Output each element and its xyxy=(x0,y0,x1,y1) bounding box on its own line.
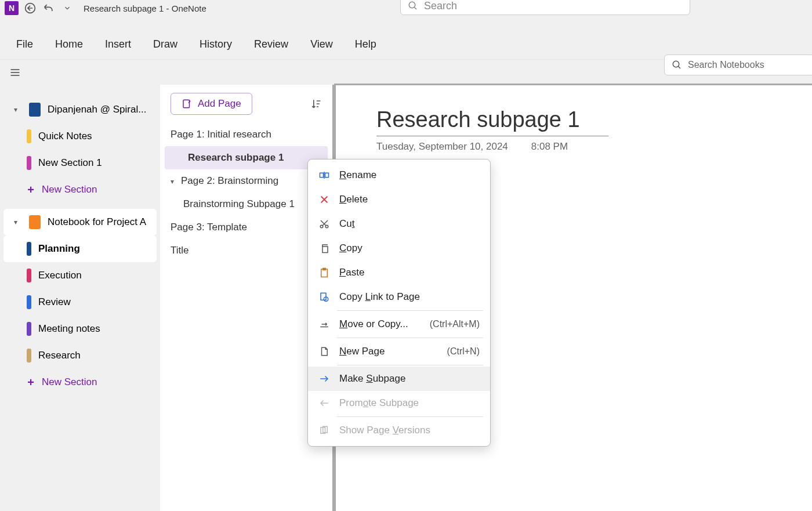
ribbon-file[interactable]: File xyxy=(16,38,33,50)
page-item-initial-research[interactable]: Page 1: Initial research xyxy=(160,123,332,146)
section-planning[interactable]: Planning xyxy=(3,235,157,262)
ctx-copy[interactable]: Copy xyxy=(308,236,490,260)
add-page-button[interactable]: Add Page xyxy=(171,93,252,115)
notebook-search-placeholder: Search Notebooks xyxy=(688,60,764,70)
ribbon-view[interactable]: View xyxy=(310,38,333,50)
ctx-copy-link[interactable]: Copy Link to Page xyxy=(308,285,490,309)
section-execution[interactable]: Execution xyxy=(3,262,157,289)
ctx-shortcut: (Ctrl+N) xyxy=(447,346,480,357)
plus-icon: + xyxy=(27,376,35,389)
versions-icon xyxy=(318,425,330,436)
section-color-icon xyxy=(27,269,31,282)
ctx-label: Move or Copy... xyxy=(339,318,408,330)
page-item-brainstorming-sub-1[interactable]: Brainstorming Subpage 1 xyxy=(160,193,332,216)
ctx-move-copy[interactable]: Move or Copy... (Ctrl+Alt+M) xyxy=(308,312,490,336)
section-label: Execution xyxy=(38,270,82,281)
notebook-2-label: Notebook for Project A xyxy=(48,216,146,228)
ctx-delete[interactable]: Delete xyxy=(308,187,490,212)
ctx-label: Delete xyxy=(339,194,368,205)
svg-rect-21 xyxy=(321,293,326,300)
arrow-left-icon xyxy=(318,397,330,409)
section-label: Planning xyxy=(38,243,80,255)
ctx-label: Rename xyxy=(339,169,376,181)
svg-line-2 xyxy=(414,7,416,9)
ctx-label: Show Page Versions xyxy=(339,425,430,436)
undo-icon[interactable] xyxy=(42,1,56,15)
section-label: Meeting notes xyxy=(38,323,100,335)
page-time: 8:08 PM xyxy=(531,141,568,153)
window-title: Research subpage 1 - OneNote xyxy=(84,3,206,13)
ribbon-history[interactable]: History xyxy=(200,38,232,50)
ctx-paste[interactable]: Paste xyxy=(308,260,490,285)
ctx-page-versions: Show Page Versions xyxy=(308,418,490,443)
section-quick-notes[interactable]: Quick Notes xyxy=(3,123,157,150)
ctx-rename[interactable]: Rename xyxy=(308,163,490,187)
add-page-label: Add Page xyxy=(198,98,241,110)
ctx-label: Copy xyxy=(339,242,362,254)
section-label: Quick Notes xyxy=(38,131,92,142)
add-page-icon xyxy=(182,99,192,109)
ribbon-draw[interactable]: Draw xyxy=(153,38,177,50)
notebook-1[interactable]: ▾ Dipanjenah @ Spiral... xyxy=(3,96,157,123)
title-bar: N Research subpage 1 - OneNote Search xyxy=(0,0,812,16)
hamburger-icon[interactable] xyxy=(9,67,21,78)
notebook-icon xyxy=(29,103,41,117)
delete-icon xyxy=(318,194,330,205)
section-meeting-notes[interactable]: Meeting notes xyxy=(3,316,157,342)
section-review[interactable]: Review xyxy=(3,289,157,316)
new-section-button-2[interactable]: + New Section xyxy=(3,369,157,396)
notebook-2[interactable]: ▾ Notebook for Project A xyxy=(3,209,157,235)
new-page-icon xyxy=(318,346,330,357)
page-label: Research subpage 1 xyxy=(188,152,284,163)
search-placeholder: Search xyxy=(424,0,457,12)
section-label: New Section 1 xyxy=(38,157,102,169)
ctx-make-subpage[interactable]: Make Subpage xyxy=(308,367,490,391)
section-color-icon xyxy=(27,295,31,309)
section-new-section-1[interactable]: New Section 1 xyxy=(3,150,157,176)
global-search[interactable]: Search xyxy=(400,0,690,15)
notebook-search[interactable]: Search Notebooks xyxy=(664,55,812,75)
page-label: Page 3: Template xyxy=(171,222,247,233)
svg-rect-8 xyxy=(183,100,190,108)
notebook-nav: ▾ Dipanjenah @ Spiral... Quick Notes New… xyxy=(0,85,160,511)
new-section-button-1[interactable]: + New Section xyxy=(3,176,157,203)
section-label: Research xyxy=(38,350,81,361)
page-label: Brainstorming Subpage 1 xyxy=(183,198,295,209)
ctx-separator xyxy=(337,338,483,338)
ribbon-help[interactable]: Help xyxy=(355,38,376,50)
page-item-brainstorming[interactable]: ▾Page 2: Brainstorming xyxy=(160,169,332,193)
page-label: Title xyxy=(171,245,189,256)
ribbon-insert[interactable]: Insert xyxy=(105,38,131,50)
page-date: Tuesday, September 10, 2024 xyxy=(376,141,508,153)
dropdown-icon[interactable] xyxy=(60,1,74,15)
ctx-label: Paste xyxy=(339,267,364,278)
ctx-new-page[interactable]: New Page (Ctrl+N) xyxy=(308,339,490,364)
ctx-label: New Page xyxy=(339,346,385,357)
page-item-title[interactable]: Title xyxy=(160,239,332,262)
new-section-label: New Section xyxy=(42,376,97,388)
ctx-shortcut: (Ctrl+Alt+M) xyxy=(430,319,480,329)
ribbon-home[interactable]: Home xyxy=(55,38,83,50)
page-title[interactable]: Research subpage 1 xyxy=(376,107,608,132)
svg-rect-9 xyxy=(320,173,324,177)
chevron-down-icon: ▾ xyxy=(14,106,22,114)
ctx-label: Cut xyxy=(339,218,354,230)
search-icon xyxy=(408,1,418,11)
page-item-template[interactable]: Page 3: Template xyxy=(160,216,332,239)
ctx-cut[interactable]: Cut xyxy=(308,212,490,236)
section-color-icon xyxy=(27,156,31,170)
notebook-1-label: Dipanjenah @ Spiral... xyxy=(48,104,146,115)
page-list-header: Add Page xyxy=(160,93,332,123)
sort-icon[interactable] xyxy=(310,98,322,110)
svg-rect-20 xyxy=(323,269,326,270)
section-color-icon xyxy=(27,129,31,143)
svg-rect-10 xyxy=(325,173,329,177)
section-research[interactable]: Research xyxy=(3,342,157,369)
move-icon xyxy=(318,318,330,330)
ctx-promote-subpage: Promote Subpage xyxy=(308,391,490,415)
back-icon[interactable] xyxy=(23,1,37,15)
page-item-research-subpage-1[interactable]: Research subpage 1 xyxy=(165,146,328,169)
svg-rect-18 xyxy=(322,247,328,253)
ribbon-review[interactable]: Review xyxy=(254,38,288,50)
ctx-separator xyxy=(337,310,483,311)
